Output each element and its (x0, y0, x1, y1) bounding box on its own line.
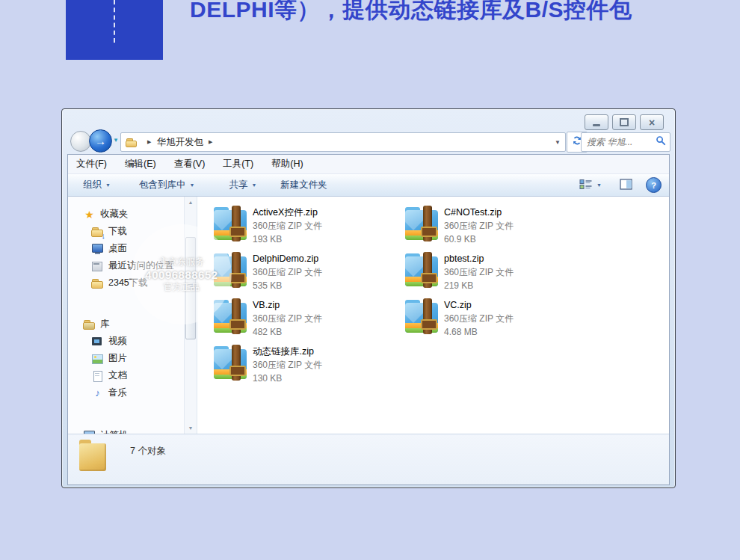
file-size: 219 KB (444, 279, 514, 292)
views-button[interactable]: ▼ (575, 176, 606, 194)
file-tile-dll[interactable]: 动态链接库.zip 360压缩 ZIP 文件 130 KB (214, 345, 405, 391)
chevron-down-icon: ▼ (189, 182, 194, 188)
sidebar-label: 库 (100, 318, 110, 330)
zip-file-icon (214, 345, 247, 381)
breadcrumb-arrow-icon[interactable]: ▶ (209, 139, 212, 145)
sidebar-item-recent-places[interactable]: 最近访问的位置 (68, 257, 184, 274)
close-icon: × (649, 117, 655, 128)
file-size: 4.68 MB (444, 325, 514, 339)
star-icon: ★ (83, 209, 96, 221)
breadcrumb-arrow-icon: ▶ (147, 139, 151, 145)
sidebar-item-documents[interactable]: 文档 (68, 367, 184, 384)
sidebar-item-desktop[interactable]: 桌面 (68, 240, 184, 257)
search-box[interactable] (581, 132, 670, 152)
new-folder-button[interactable]: 新建文件夹 (276, 176, 332, 194)
close-button[interactable]: × (640, 114, 664, 130)
sidebar-item-videos[interactable]: 视频 (68, 333, 184, 350)
computer-icon (83, 430, 96, 434)
pictures-icon (91, 353, 104, 365)
download-arrow-icon: ↓ (102, 231, 106, 240)
sidebar-item-favorites[interactable]: ★ 收藏夹 (68, 206, 184, 223)
menu-tools[interactable]: 工具(T) (223, 158, 253, 170)
sidebar-label: 图片 (108, 352, 127, 365)
sidebar-label: 收藏夹 (100, 208, 129, 221)
sidebar-scrollbar[interactable]: ▲ ▼ (184, 197, 197, 434)
file-type: 360压缩 ZIP 文件 (444, 265, 514, 279)
page-title: DELPHI等），提供动态链接库及B/S控件包 (190, 0, 736, 25)
file-tile-delphidemo[interactable]: DelphiDemo.zip 360压缩 ZIP 文件 535 KB (214, 252, 405, 298)
file-size: 482 KB (253, 325, 322, 339)
sidebar-item-music[interactable]: ♪ 音乐 (68, 384, 184, 401)
file-name: VC.zip (444, 299, 514, 312)
menu-bar: 文件(F) 编辑(E) 查看(V) 工具(T) 帮助(H) (68, 155, 669, 174)
file-info: VB.zip 360压缩 ZIP 文件 482 KB (253, 298, 322, 339)
preview-pane-button[interactable] (615, 176, 637, 194)
sidebar-item-pictures[interactable]: 图片 (68, 350, 184, 367)
item-count: 7 个对象 (130, 445, 166, 458)
help-button[interactable]: ? (646, 177, 662, 193)
address-bar[interactable]: ▶ 华旭开发包 ▶ ▼ (120, 132, 566, 152)
search-input[interactable] (585, 136, 656, 148)
file-tile-vc[interactable]: VC.zip 360压缩 ZIP 文件 4.68 MB (405, 298, 596, 345)
file-type: 360压缩 ZIP 文件 (253, 358, 322, 372)
sidebar-item-libraries[interactable]: 库 (68, 316, 184, 333)
address-dropdown-icon[interactable]: ▼ (555, 139, 561, 146)
file-size: 130 KB (253, 372, 322, 385)
file-list: ActiveX控件.zip 360压缩 ZIP 文件 193 KB C#NOTe… (197, 197, 669, 434)
file-tile-csharp[interactable]: C#NOTest.zip 360压缩 ZIP 文件 60.9 KB (405, 206, 596, 252)
zip-file-icon (214, 252, 247, 288)
include-in-library-button[interactable]: 包含到库中 ▼ (135, 176, 199, 194)
file-tile-activex[interactable]: ActiveX控件.zip 360压缩 ZIP 文件 193 KB (214, 206, 405, 252)
page: DELPHI等），提供动态链接库及B/S控件包 × → ▼ ▶ 华旭开发包 ▶ … (0, 0, 740, 560)
zip-file-icon (405, 298, 438, 334)
sidebar-item-2345-downloads[interactable]: 2345下载 (68, 274, 184, 292)
file-tile-vb[interactable]: VB.zip 360压缩 ZIP 文件 482 KB (214, 298, 405, 345)
sidebar-label: 2345下载 (108, 277, 148, 289)
sidebar-spacer (68, 292, 184, 316)
libraries-icon (83, 319, 96, 330)
dashed-line (114, 0, 115, 43)
command-toolbar: 组织 ▼ 包含到库中 ▼ 共享 ▼ 新建文件夹 (68, 174, 669, 197)
history-dropdown[interactable]: ▼ (113, 137, 119, 144)
forward-arrow-icon: → (95, 135, 106, 147)
file-tile-pbtest[interactable]: pbtest.zip 360压缩 ZIP 文件 219 KB (405, 252, 596, 298)
file-name: C#NOTest.zip (444, 206, 514, 219)
file-name: VB.zip (253, 299, 322, 312)
include-label: 包含到库中 (139, 179, 186, 191)
breadcrumb[interactable]: 华旭开发包 (156, 136, 203, 149)
maximize-button[interactable] (612, 114, 636, 130)
download-folder-icon: ↓ (91, 226, 104, 238)
page-title-text: DELPHI等），提供动态链接库及B/S控件包 (190, 0, 736, 25)
scroll-up-arrow[interactable]: ▲ (185, 197, 197, 208)
status-bar: 7 个对象 (68, 434, 669, 484)
scrollbar-thumb[interactable] (185, 237, 196, 339)
sidebar-item-downloads[interactable]: ↓ 下载 (68, 223, 184, 240)
file-info: pbtest.zip 360压缩 ZIP 文件 219 KB (444, 252, 514, 292)
client-area: 文件(F) 编辑(E) 查看(V) 工具(T) 帮助(H) 组织 ▼ 包含到库中… (67, 154, 670, 485)
minimize-button[interactable] (585, 114, 608, 130)
forward-button[interactable]: → (89, 129, 112, 153)
file-info: C#NOTest.zip 360压缩 ZIP 文件 60.9 KB (444, 206, 514, 246)
music-icon: ♪ (91, 387, 104, 399)
back-button[interactable] (70, 131, 91, 152)
menu-help[interactable]: 帮助(H) (271, 158, 303, 170)
menu-file[interactable]: 文件(F) (76, 158, 107, 170)
file-name: 动态链接库.zip (253, 345, 322, 358)
recent-places-icon (91, 260, 104, 272)
menu-edit[interactable]: 编辑(E) (125, 158, 156, 170)
file-info: VC.zip 360压缩 ZIP 文件 4.68 MB (444, 298, 514, 339)
chevron-down-icon: ▼ (251, 182, 256, 188)
zip-file-icon (214, 206, 247, 241)
sidebar-label: 视频 (108, 335, 127, 348)
explorer-window: × → ▼ ▶ 华旭开发包 ▶ ▼ (61, 108, 676, 488)
organize-button[interactable]: 组织 ▼ (78, 176, 115, 194)
sidebar-item-computer[interactable]: 计算机 (68, 427, 184, 434)
share-button[interactable]: 共享 ▼ (224, 176, 261, 194)
toolbar-right-group: ▼ ? (575, 176, 662, 194)
file-size: 60.9 KB (444, 233, 514, 246)
help-icon: ? (651, 181, 656, 190)
organize-label: 组织 (83, 179, 102, 191)
scroll-down-arrow[interactable]: ▼ (185, 422, 197, 434)
menu-view[interactable]: 查看(V) (174, 158, 206, 170)
file-info: 动态链接库.zip 360压缩 ZIP 文件 130 KB (253, 345, 322, 385)
